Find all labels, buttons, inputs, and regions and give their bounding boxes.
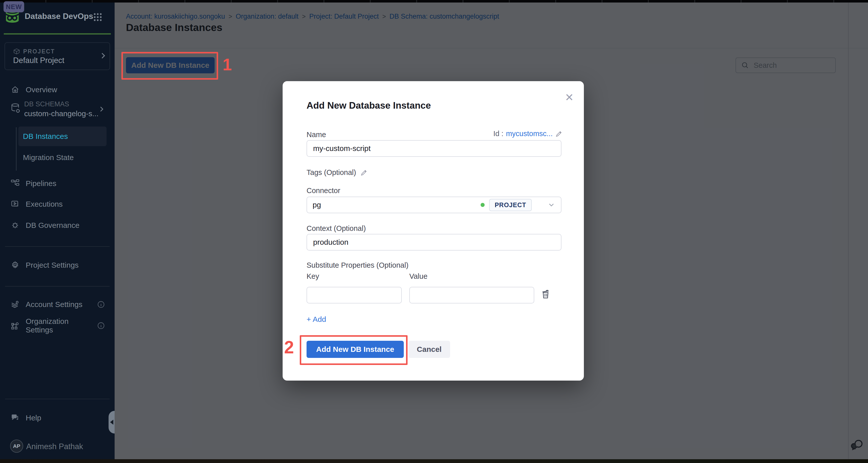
edit-pencil-icon[interactable] (555, 130, 563, 138)
sidebar-item-executions[interactable]: Executions (0, 198, 115, 210)
sidebar-divider (5, 286, 110, 287)
sidebar-item-pipelines[interactable]: Pipelines (0, 177, 115, 190)
connector-label: Connector (307, 186, 340, 195)
sidebar-item-label: Pipelines (26, 179, 56, 188)
sidebar: Database DevOps PROJECT Default Project … (0, 2, 115, 459)
sidebar-item-label: Help (26, 414, 41, 422)
sidebar-item-label: Executions (26, 200, 63, 208)
avatar-initials: AP (13, 443, 20, 449)
new-badge: NEW (3, 1, 24, 12)
chevron-right-icon[interactable] (98, 105, 105, 113)
context-input[interactable] (307, 234, 561, 251)
sidebar-item-label: DB Instances (23, 132, 68, 141)
sidebar-item-account-settings[interactable]: Account Settings (0, 298, 115, 311)
annotation-box-step2 (300, 335, 408, 365)
sidebar-item-label: Project Settings (26, 261, 79, 269)
annotation-box-step1 (121, 52, 218, 80)
pipelines-icon (10, 179, 20, 188)
tags-label: Tags (Optional) (307, 168, 356, 177)
sidebar-item-project-settings[interactable]: Project Settings (0, 259, 115, 271)
name-input[interactable] (307, 140, 561, 157)
brand-divider (4, 33, 111, 34)
sidebar-divider (5, 399, 110, 399)
connector-select[interactable]: pg PROJECT (307, 197, 561, 213)
delete-row-trash-icon[interactable] (540, 288, 552, 300)
connector-status-dot (480, 203, 485, 207)
info-icon[interactable] (97, 322, 105, 330)
add-substitute-row-link[interactable]: + Add (307, 315, 326, 324)
submenu-guide-line (16, 127, 17, 171)
context-label: Context (Optional) (307, 224, 366, 233)
sidebar-item-organization-settings[interactable]: Organization Settings (0, 320, 115, 332)
connector-scope-badge: PROJECT (489, 199, 532, 211)
chevron-right-icon (99, 51, 107, 60)
name-label: Name (307, 131, 326, 139)
value-column-label: Value (409, 272, 428, 281)
sidebar-item-label: Account Settings (26, 300, 82, 309)
governance-icon (10, 221, 20, 230)
info-icon[interactable] (97, 300, 105, 309)
svg-text:?: ? (13, 415, 15, 418)
project-name: Default Project (13, 56, 64, 65)
tags-row: Tags (Optional) (307, 168, 368, 177)
cube-icon (13, 48, 20, 55)
browser-top-strip (0, 0, 868, 2)
org-gear-icon (10, 321, 20, 330)
sidebar-item-overview[interactable]: Overview (0, 84, 115, 96)
user-name[interactable]: Animesh Pathak (26, 442, 83, 451)
home-icon (10, 85, 20, 94)
app-switcher-icon[interactable] (93, 12, 103, 22)
sidebar-divider (5, 246, 110, 247)
gear-icon (10, 261, 20, 270)
window-bottom-strip (0, 459, 868, 463)
annotation-number-1: 1 (223, 55, 232, 74)
substitute-key-input[interactable] (307, 287, 402, 303)
project-selector[interactable]: PROJECT Default Project (4, 42, 110, 70)
close-icon[interactable]: ✕ (562, 90, 576, 104)
sidebar-item-help[interactable]: ? Help (0, 412, 115, 424)
schemas-kicker: DB SCHEMAS (24, 100, 69, 108)
schema-name[interactable]: custom-changelog-s... (24, 109, 98, 118)
connector-value: pg (313, 201, 321, 209)
executions-icon (10, 200, 20, 209)
substitute-properties-label: Substitute Properties (Optional) (307, 261, 408, 269)
db-schema-icon (10, 103, 21, 114)
id-value-link[interactable]: mycustomsc... (506, 129, 553, 138)
app-title: Database DevOps (25, 11, 93, 21)
id-row: Id : mycustomsc... (493, 129, 563, 138)
substitute-value-input[interactable] (409, 287, 534, 303)
edit-pencil-icon[interactable] (360, 169, 368, 176)
sidebar-item-label: Migration State (23, 153, 74, 162)
avatar[interactable]: AP (10, 439, 23, 453)
layers-gear-icon (10, 300, 20, 309)
annotation-number-2: 2 (284, 337, 294, 357)
sidebar-collapse-handle[interactable] (108, 411, 115, 434)
id-prefix: Id : (493, 129, 503, 138)
modal-cancel-button[interactable]: Cancel (408, 341, 450, 358)
sidebar-item-label: DB Governance (26, 221, 79, 230)
sidebar-item-migration-state[interactable]: Migration State (23, 153, 74, 162)
collapse-arrow-icon (110, 419, 113, 425)
sidebar-item-db-governance[interactable]: DB Governance (0, 219, 115, 231)
project-kicker: PROJECT (23, 48, 55, 55)
key-column-label: Key (307, 272, 319, 281)
sidebar-item-label: Organization Settings (26, 317, 91, 334)
sidebar-item-db-instances[interactable]: DB Instances (19, 126, 106, 146)
help-chat-icon: ? (10, 413, 20, 423)
sidebar-item-label: Overview (26, 85, 57, 94)
chevron-down-icon[interactable] (547, 201, 555, 209)
modal-title: Add New Database Instance (307, 100, 431, 111)
